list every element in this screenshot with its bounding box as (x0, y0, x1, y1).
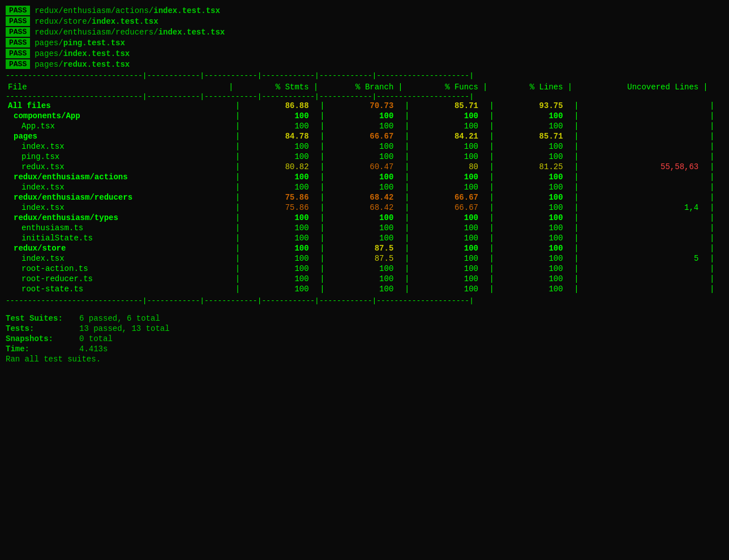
cell-sep1: | (226, 172, 249, 182)
table-row: root-state.ts | 100 | 100 | 100 | 100 | … (6, 284, 723, 294)
cell-sep3: | (396, 284, 418, 294)
table-row: redux/store | 100 | 87.5 | 100 | 100 | | (6, 243, 723, 253)
cell-uncovered (588, 121, 701, 131)
cell-sep6: | (701, 152, 723, 162)
cell-sep5: | (565, 121, 588, 131)
cell-sep2: | (311, 101, 334, 111)
cell-uncovered (588, 192, 701, 203)
cell-sep1: | (226, 203, 249, 213)
cell-sep5: | (565, 243, 588, 253)
cell-sep3: | (396, 162, 418, 172)
cell-sep3: | (396, 233, 418, 243)
cell-sep6: | (701, 172, 723, 182)
pass-badge-1: PASS (6, 16, 30, 26)
cell-stmts: 75.86 (249, 192, 311, 203)
cell-sep6: | (701, 111, 723, 121)
footer-time-label: Time: (6, 344, 79, 354)
header-separator: -------------------------------|--------… (6, 92, 723, 101)
cell-funcs: 100 (418, 172, 481, 182)
cell-lines: 81.25 (503, 162, 565, 172)
cell-sep6: | (701, 233, 723, 243)
cell-stmts: 100 (249, 223, 311, 233)
cell-sep4: | (481, 274, 503, 284)
table-row: All files | 86.88 | 70.73 | 85.71 | 93.7… (6, 101, 723, 111)
cell-sep1: | (226, 284, 249, 294)
cell-funcs: 80 (418, 162, 481, 172)
cell-sep2: | (311, 182, 334, 192)
cell-sep4: | (481, 141, 503, 152)
cell-lines: 100 (503, 172, 565, 182)
cell-sep2: | (311, 192, 334, 203)
cell-sep3: | (396, 141, 418, 152)
cell-file: redux/enthusiasm/types (6, 213, 226, 223)
cell-funcs: 100 (418, 233, 481, 243)
footer-ran-all-text: Ran all test suites. (6, 355, 101, 364)
cell-branch: 68.42 (333, 203, 396, 213)
cell-funcs: 100 (418, 253, 481, 264)
cell-funcs: 66.67 (418, 192, 481, 203)
cell-sep3: | (396, 131, 418, 141)
cell-sep5: | (565, 131, 588, 141)
cell-sep4: | (481, 264, 503, 274)
cell-file: root-reducer.ts (6, 274, 226, 284)
cell-sep2: | (311, 264, 334, 274)
footer-snapshots-label: Snapshots: (6, 334, 79, 343)
cell-sep6: | (701, 284, 723, 294)
cell-sep3: | (396, 253, 418, 264)
cell-uncovered (588, 243, 701, 253)
cell-sep1: | (226, 274, 249, 284)
cell-file: root-state.ts (6, 284, 226, 294)
cell-sep6: | (701, 223, 723, 233)
cell-stmts: 100 (249, 111, 311, 121)
cell-lines: 100 (503, 264, 565, 274)
cell-sep5: | (565, 182, 588, 192)
cell-lines: 100 (503, 213, 565, 223)
cell-sep1: | (226, 111, 249, 121)
cell-lines: 100 (503, 274, 565, 284)
cell-stmts: 100 (249, 182, 311, 192)
cell-sep2: | (311, 162, 334, 172)
pass-badge-5: PASS (6, 59, 30, 69)
cell-funcs: 100 (418, 284, 481, 294)
cell-uncovered (588, 152, 701, 162)
cell-file: All files (6, 101, 226, 111)
cell-sep2: | (311, 233, 334, 243)
table-row: redux.tsx | 80.82 | 60.47 | 80 | 81.25 |… (6, 162, 723, 172)
cell-stmts: 86.88 (249, 101, 311, 111)
cell-sep2: | (311, 274, 334, 284)
cell-uncovered (588, 274, 701, 284)
cell-sep3: | (396, 203, 418, 213)
cell-lines: 100 (503, 253, 565, 264)
cell-sep1: | (226, 101, 249, 111)
cell-sep1: | (226, 152, 249, 162)
cell-funcs: 100 (418, 141, 481, 152)
bottom-divider: -------------------------------|--------… (6, 296, 723, 305)
pass-lines-container: PASS redux/enthusiasm/actions/index.test… (6, 6, 723, 69)
cell-sep6: | (701, 121, 723, 131)
cell-sep5: | (565, 111, 588, 121)
cell-lines: 93.75 (503, 101, 565, 111)
cell-sep2: | (311, 223, 334, 233)
cell-stmts: 100 (249, 243, 311, 253)
pass-path-1: redux/store/index.test.tsx (35, 17, 158, 26)
cell-sep6: | (701, 264, 723, 274)
cell-branch: 66.67 (333, 131, 396, 141)
cell-lines: 100 (503, 192, 565, 203)
cell-sep4: | (481, 111, 503, 121)
cell-sep2: | (311, 243, 334, 253)
cell-sep1: | (226, 243, 249, 253)
header-uncovered: Uncovered Lines (588, 82, 701, 92)
cell-file: App.tsx (6, 121, 226, 131)
cell-stmts: 100 (249, 213, 311, 223)
cell-lines: 100 (503, 243, 565, 253)
cell-file: redux/enthusiasm/reducers (6, 192, 226, 203)
cell-file: pages (6, 131, 226, 141)
table-row: index.tsx | 100 | 100 | 100 | 100 | | (6, 182, 723, 192)
cell-file: index.tsx (6, 182, 226, 192)
cell-sep2: | (311, 111, 334, 121)
cell-uncovered (588, 141, 701, 152)
cell-stmts: 100 (249, 172, 311, 182)
table-row: root-reducer.ts | 100 | 100 | 100 | 100 … (6, 274, 723, 284)
footer-tests-label: Tests: (6, 324, 79, 333)
cell-branch: 100 (333, 233, 396, 243)
